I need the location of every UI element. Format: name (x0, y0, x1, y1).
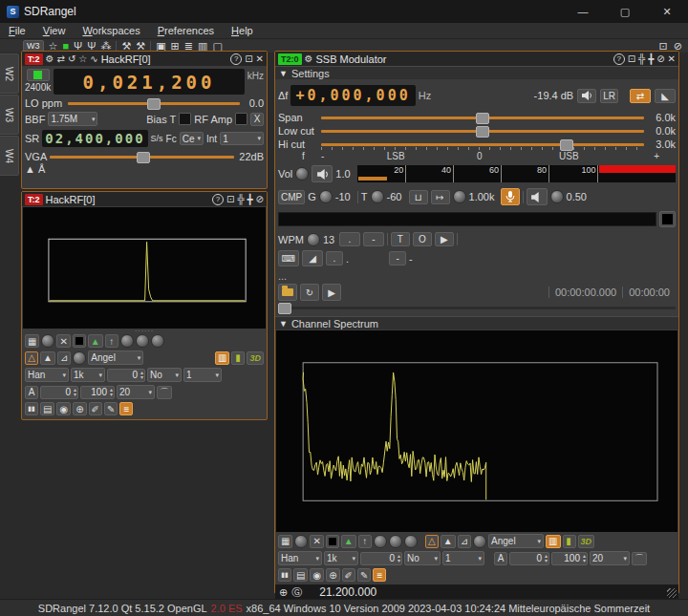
cw-play-icon[interactable]: ▶ (435, 232, 454, 246)
save-spectrum-icon[interactable]: ▤ (293, 568, 308, 582)
shrink-icon[interactable]: ╬ (237, 194, 244, 205)
decay-dial[interactable] (404, 535, 418, 548)
annotation-icon[interactable]: ✎ (104, 402, 118, 415)
sampling-dropdown[interactable]: 20 ▾ (117, 385, 155, 399)
device-panel-header[interactable]: T:2 ⚙ ⇄ ↺ ☆ ∿ HackRF[0] ? ⊡ ✕ (22, 52, 267, 66)
gradient-icon[interactable]: ▲ (88, 334, 103, 348)
move-to-workspace-icon[interactable]: ⊡ (245, 53, 252, 65)
key-dash-button[interactable]: - (389, 251, 406, 266)
slider-thumb[interactable] (147, 98, 161, 110)
crosshair-marker-icon[interactable]: ⊕ (326, 568, 339, 582)
fft-window-dropdown[interactable]: Han ▾ (278, 551, 322, 565)
gradient-icon[interactable]: ▲ (341, 535, 356, 548)
workspace-tab-w2[interactable]: W2 (0, 53, 19, 94)
trace-intensity-dial[interactable] (120, 334, 134, 348)
menu-view[interactable]: View (34, 25, 75, 36)
autoscale-button[interactable]: A (25, 386, 38, 399)
feedback-volume-dial[interactable] (550, 190, 564, 203)
up-triangle-icon[interactable]: ▲ (25, 163, 35, 175)
help-icon[interactable]: ? (230, 53, 242, 65)
rf-amp-checkbox[interactable] (235, 113, 247, 125)
frequency-dial[interactable]: 0,021,200 (54, 69, 245, 95)
line-trace-icon[interactable]: ⊿ (57, 351, 71, 365)
menu-help[interactable]: Help (223, 25, 262, 36)
star-icon[interactable]: ☆ (78, 53, 87, 65)
fft-size-dropdown[interactable]: 1k ▾ (71, 368, 105, 382)
list-icon[interactable]: ≡ (119, 402, 133, 415)
cw-text-button[interactable]: T (391, 232, 410, 246)
waterfall-display-icon[interactable]: ▮ (231, 351, 245, 365)
help-icon[interactable]: ? (212, 194, 224, 205)
range-spinner[interactable]: 100 ▴▾ (551, 552, 588, 565)
grid-intensity-dial[interactable] (294, 535, 308, 548)
fft-size-dropdown[interactable]: 1k ▾ (324, 551, 358, 565)
delta-f-dial[interactable]: +0,000,000 (290, 85, 415, 106)
averaging-mode-dropdown[interactable]: No ▾ (404, 551, 441, 565)
crosshair-marker-icon[interactable]: ⊕ (73, 402, 86, 415)
measure-icon[interactable]: ✐ (89, 402, 102, 415)
filled-trace-icon[interactable]: ▲ (40, 351, 55, 365)
slider-thumb[interactable] (476, 113, 489, 124)
waterfall-display-icon[interactable]: ▮ (563, 535, 576, 548)
fft-window-dropdown[interactable]: Han ▾ (25, 368, 69, 382)
freeze-icon[interactable]: ▮▮ (278, 568, 291, 582)
menu-file[interactable]: File (0, 25, 34, 36)
close-icon[interactable]: ✕ (668, 53, 676, 65)
averaging-mode-dropdown[interactable]: No ▾ (147, 368, 182, 382)
workspace-tab-w4[interactable]: W4 (0, 136, 19, 176)
compressor-button[interactable]: CMP (278, 190, 305, 204)
fft-overlap-spinner[interactable]: 0 ▴▾ (360, 552, 402, 565)
clear-icon[interactable]: ✕ (56, 334, 70, 348)
hide-icon[interactable]: ⊘ (656, 53, 664, 65)
cw-dot-button[interactable]: . (339, 232, 360, 246)
decay-dial[interactable] (151, 334, 164, 348)
move-to-workspace-icon[interactable]: ⊡ (226, 194, 234, 205)
trace-intensity-dial[interactable] (374, 535, 387, 548)
histogram-mode-icon[interactable]: △ (425, 535, 439, 548)
vga-slider[interactable] (50, 152, 234, 162)
ref-level-spinner[interactable]: 0 ▴▾ (509, 552, 549, 565)
samplerate-dial[interactable]: 02,400,000 (42, 130, 147, 147)
agc-icon[interactable]: ↦ (431, 190, 450, 204)
trace-dial[interactable] (473, 535, 486, 548)
background-color-button[interactable] (73, 334, 86, 348)
range-spinner[interactable]: 100 ▴▾ (80, 386, 115, 399)
cw-dash-button[interactable]: - (363, 232, 384, 246)
3d-spectrogram-icon[interactable]: 3D (578, 535, 595, 548)
open-file-button[interactable] (278, 284, 297, 301)
spin-down-icon[interactable]: ▾ (140, 375, 143, 380)
stereo-lr-button[interactable]: LR (600, 89, 618, 103)
low-cut-slider[interactable] (321, 126, 644, 137)
audio-device-field[interactable] (278, 212, 656, 226)
filter-icon[interactable]: ⊔ (409, 190, 428, 204)
play-file-icon[interactable]: ▶ (322, 284, 341, 301)
span-slider[interactable] (321, 113, 644, 123)
bbf-dropdown[interactable]: 1.75M ▾ (48, 112, 97, 126)
resize-grip[interactable] (667, 588, 677, 598)
grid-icon[interactable]: ▦ (25, 334, 39, 348)
freq-zoom-reset-icon[interactable]: Ⓖ (291, 586, 302, 598)
move-to-workspace-icon[interactable]: ⊡ (628, 53, 635, 65)
save-spectrum-icon[interactable]: ▤ (40, 402, 54, 415)
reload-device-icon[interactable]: ↺ (68, 53, 75, 65)
max-hold-icon[interactable]: ↑ (358, 535, 372, 548)
workspace-tab-w3[interactable]: W3 (0, 95, 19, 135)
dsb-toggle-icon[interactable]: ◣ (655, 89, 676, 103)
gear-icon[interactable]: ⚙ (305, 53, 313, 65)
log-scale-icon[interactable]: ⌒ (157, 386, 172, 399)
cw-loop-button[interactable]: O (413, 232, 432, 246)
lo-ppm-slider[interactable] (68, 98, 240, 109)
3d-spectrogram-icon[interactable]: 3D (247, 351, 264, 365)
minimize-button[interactable]: — (562, 0, 604, 23)
spectrum-display-icon[interactable]: ▥ (546, 535, 560, 548)
playback-position-slider[interactable] (278, 303, 676, 313)
channel-spectrum-collapse-header[interactable]: ▼ Channel Spectrum (275, 316, 678, 329)
colormap-dropdown[interactable]: Angel ▾ (88, 350, 143, 365)
audio-mute-icon[interactable] (577, 89, 596, 103)
spin-down-icon[interactable]: ▾ (545, 559, 548, 563)
gear-icon[interactable]: ⚙ (46, 53, 54, 65)
bias-t-checkbox[interactable] (179, 113, 191, 125)
slider-thumb[interactable] (278, 303, 291, 314)
spectrum-panel-header[interactable]: T:2 HackRF[0] ? ⊡ ╬ ╋ ⊘ (22, 192, 267, 206)
hide-icon[interactable]: ⊘ (256, 194, 264, 205)
